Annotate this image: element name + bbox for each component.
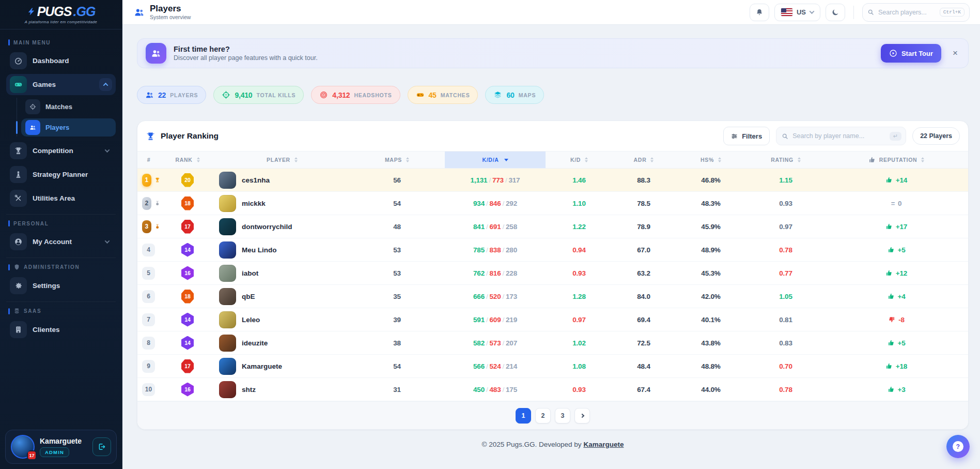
adr-cell: 78.9 <box>613 223 675 231</box>
column-header-kd[interactable]: K/D <box>546 152 613 168</box>
tour-banner-icon <box>146 43 166 64</box>
sidebar-item-clientes[interactable]: Clientes <box>6 319 116 340</box>
player-cell[interactable]: shtz <box>215 381 349 398</box>
table-row[interactable]: 414Meu Lindo53785/838/2800.9467.048.9%0.… <box>137 238 968 262</box>
sidebar-item-competition[interactable]: Competition <box>6 140 116 161</box>
sidebar-item-icon-box <box>10 166 27 183</box>
sort-down-arrow <box>650 160 654 162</box>
kills-value: 841 <box>473 223 485 231</box>
sidebar-item-matches[interactable]: Matches <box>21 98 116 116</box>
stat-pill-total-kills[interactable]: 9,410TOTAL KILLS <box>213 86 304 104</box>
player-search-input[interactable] <box>792 132 885 140</box>
dark-mode-toggle[interactable] <box>826 4 845 21</box>
table-row[interactable]: 317dontworrychild48841/691/2581.2278.945… <box>137 215 968 238</box>
table-row[interactable]: 218mickkk54934/846/2921.1078.548.3%0.93=… <box>137 192 968 215</box>
column-label: MAPS <box>385 157 402 163</box>
filters-button[interactable]: Filters <box>723 127 770 145</box>
app-root: PUGS.GG A plataforma líder em competitiv… <box>0 0 980 469</box>
column-header-rank[interactable]: RANK <box>160 152 215 168</box>
player-cell[interactable]: ideuzite <box>215 335 349 352</box>
player-avatar <box>219 265 236 282</box>
maps-cell: 39 <box>349 316 445 324</box>
column-header-adr[interactable]: ADR <box>613 152 675 168</box>
stat-pill-maps[interactable]: 60MAPS <box>485 86 544 104</box>
player-avatar <box>219 358 236 375</box>
kills-value: 762 <box>473 269 485 277</box>
table-row[interactable]: 917Kamarguete54566/524/2141.0848.448.8%0… <box>137 355 968 378</box>
table-row[interactable]: 516iabot53762/816/2280.9363.245.3%0.77+1… <box>137 262 968 285</box>
start-tour-button[interactable]: Start Tour <box>881 44 941 63</box>
footer-developer-link[interactable]: Kamarguete <box>583 441 624 448</box>
gamepad-icon <box>416 90 425 99</box>
assists-value: 214 <box>506 362 517 370</box>
sidebar-section: SAASClientes <box>6 301 116 340</box>
player-cell[interactable]: mickkk <box>215 195 349 212</box>
brand-logo[interactable]: PUGS.GG A plataforma líder em competitiv… <box>0 0 122 29</box>
page-button-3[interactable]: 3 <box>555 408 570 423</box>
column-header-rep[interactable]: REPUTATION <box>825 152 968 168</box>
player-cell[interactable]: dontworrychild <box>215 218 349 235</box>
table-row[interactable]: 120ces1nha561,131/773/3171.4688.346.8%1.… <box>137 169 968 192</box>
sidebar-section-label: SAAS <box>8 308 114 314</box>
column-header-kda[interactable]: K/D/A <box>445 152 546 168</box>
page-content: First time here? Discover all player pag… <box>122 25 980 469</box>
kda-separator: / <box>501 246 506 254</box>
ranking-title: Player Ranking <box>161 131 219 141</box>
sidebar-item-label: My Account <box>33 238 72 246</box>
column-header-player[interactable]: PLAYER <box>215 152 349 168</box>
sidebar-item-settings[interactable]: Settings <box>6 275 116 296</box>
sidebar-item-players[interactable]: Players <box>21 118 116 137</box>
player-cell[interactable]: Leleo <box>215 311 349 328</box>
kda-separator: / <box>485 339 490 347</box>
kills-value: 666 <box>473 293 485 300</box>
stat-value: 9,410 <box>235 91 252 99</box>
column-header-rating[interactable]: RATING <box>747 152 825 168</box>
sidebar-item-strategy-planner[interactable]: Strategy Planner <box>6 164 116 185</box>
global-search-input[interactable] <box>878 9 936 16</box>
player-cell[interactable]: qbE <box>215 288 349 305</box>
player-cell[interactable]: Meu Lindo <box>215 241 349 259</box>
help-fab[interactable]: ? <box>946 435 970 458</box>
language-selector[interactable]: US <box>774 4 820 21</box>
sidebar-item-utilities-area[interactable]: Utilities Area <box>6 188 116 209</box>
adr-cell: 78.5 <box>613 200 675 207</box>
rank-cell: 16 <box>160 383 215 397</box>
kda-separator: / <box>485 293 490 300</box>
sidebar-item-games[interactable]: Games <box>6 74 116 95</box>
kd-cell: 0.97 <box>546 316 613 324</box>
user-card[interactable]: 17 Kamarguete ADMIN <box>5 430 117 464</box>
table-row[interactable]: 714Leleo39591/609/2190.9769.440.1%0.81-8 <box>137 308 968 331</box>
stat-pill-headshots[interactable]: 4,312HEADSHOTS <box>311 86 400 104</box>
medal-icon <box>154 199 160 207</box>
adr-cell: 67.0 <box>613 246 675 254</box>
position-badge: 9 <box>142 360 155 373</box>
next-page-button[interactable] <box>574 408 590 423</box>
column-header-hs[interactable]: HS% <box>675 152 747 168</box>
player-search: ↵ <box>776 127 906 145</box>
player-cell[interactable]: ces1nha <box>215 172 349 189</box>
table-row[interactable]: 618qbE35666/520/1731.2884.042.0%1.05+4 <box>137 285 968 308</box>
stat-pill-players[interactable]: 22PLAYERS <box>137 86 206 104</box>
table-row[interactable]: 1016shtz31450/483/1750.9367.444.0%0.78+3 <box>137 378 968 401</box>
banner-close-button[interactable]: × <box>953 48 958 58</box>
rank-level-badge: 14 <box>181 336 194 350</box>
player-avatar <box>219 241 236 259</box>
table-row[interactable]: 814ideuzite38582/573/2071.0272.543.8%0.8… <box>137 331 968 355</box>
notifications-button[interactable] <box>750 4 769 21</box>
chevron-down-icon <box>105 149 109 153</box>
adr-cell: 48.4 <box>613 362 675 370</box>
page-button-2[interactable]: 2 <box>535 408 551 423</box>
hs-cell: 45.9% <box>675 223 747 231</box>
player-cell[interactable]: iabot <box>215 265 349 282</box>
search-shortcut-chip: Ctrl+K <box>940 8 965 17</box>
stat-pill-matches[interactable]: 45MATCHES <box>408 86 478 104</box>
column-header-maps[interactable]: MAPS <box>349 152 445 168</box>
logout-button[interactable] <box>92 437 111 456</box>
player-cell[interactable]: Kamarguete <box>215 358 349 375</box>
page-button-1[interactable]: 1 <box>516 408 531 423</box>
player-name: mickkk <box>242 200 266 207</box>
sidebar-item-my-account[interactable]: My Account <box>6 231 116 252</box>
sliders-icon <box>731 133 738 140</box>
sidebar-item-dashboard[interactable]: Dashboard <box>6 50 116 71</box>
collapse-button[interactable] <box>99 78 112 91</box>
